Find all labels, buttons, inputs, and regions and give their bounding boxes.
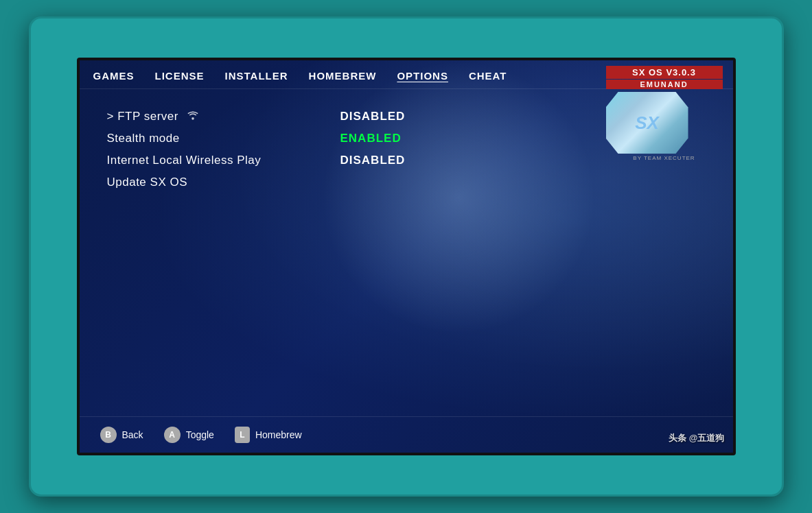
svg-rect-0 — [192, 117, 194, 119]
status-internet-local: DISABLED — [340, 154, 406, 167]
nav-homebrew[interactable]: HOMEBREW — [309, 70, 377, 82]
logo-hex-shape: SX — [606, 92, 688, 154]
nav-installer[interactable]: INSTALLER — [225, 70, 288, 82]
logo-hex-inner: SX — [620, 102, 675, 143]
by-team-label: BY TEAM XECUTER — [606, 155, 723, 161]
mode-badge: EMUNAND — [606, 80, 723, 89]
os-name-badge: SX OS V3.0.3 — [606, 66, 723, 79]
toggle-hint: A Toggle — [164, 427, 214, 443]
toggle-label: Toggle — [186, 429, 214, 440]
status-ftp-server: DISABLED — [340, 110, 406, 123]
menu-label-internet-local: Internet Local Wireless Play — [107, 154, 340, 167]
watermark: 头条 @五道狗 — [669, 432, 724, 444]
logo-title-area: SX OS V3.0.3 EMUNAND — [606, 66, 723, 89]
menu-label-ftp-server: FTP server — [107, 110, 340, 123]
l-button-icon: L — [235, 427, 250, 443]
menu-label-stealth-mode: Stealth mode — [107, 132, 340, 145]
homebrew-label: Homebrew — [255, 429, 302, 440]
menu-label-update-sx-os: Update SX OS — [107, 176, 340, 189]
back-label: Back — [122, 429, 143, 440]
homebrew-hint: L Homebrew — [235, 427, 302, 443]
logo-container: SX OS V3.0.3 EMUNAND SX BY TEAM XECUTER — [606, 66, 723, 161]
nav-license[interactable]: LICENSE — [155, 70, 205, 82]
wifi-icon — [187, 110, 198, 120]
nav-games[interactable]: GAMES — [93, 70, 135, 82]
nav-options[interactable]: OPTIONS — [397, 70, 448, 82]
status-stealth-mode: ENABLED — [340, 132, 402, 145]
bottom-bar: B Back A Toggle L Homebrew — [80, 416, 733, 453]
x-logo-letter: SX — [635, 112, 659, 134]
device-frame: GAMES LICENSE INSTALLER HOMEBREW OPTIONS… — [29, 16, 784, 497]
back-hint: B Back — [100, 427, 143, 443]
a-button-icon: A — [164, 427, 181, 443]
screen: GAMES LICENSE INSTALLER HOMEBREW OPTIONS… — [77, 58, 736, 455]
nav-cheat[interactable]: CHEAT — [469, 70, 507, 82]
screen-content: GAMES LICENSE INSTALLER HOMEBREW OPTIONS… — [80, 60, 733, 453]
b-button-icon: B — [100, 427, 117, 443]
menu-item-update-sx-os[interactable]: Update SX OS — [107, 176, 706, 189]
